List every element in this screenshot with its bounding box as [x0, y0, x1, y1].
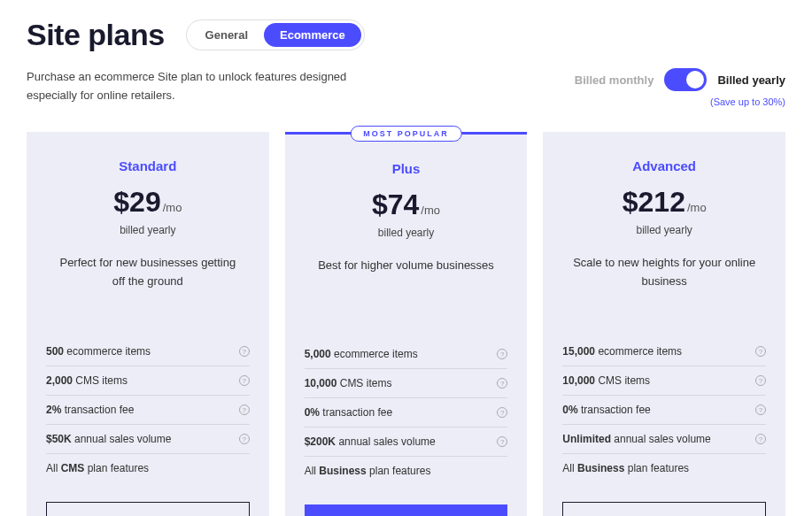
plan-price: $74	[372, 189, 419, 220]
info-icon[interactable]: ?	[755, 404, 766, 415]
info-icon[interactable]: ?	[239, 346, 250, 357]
billed-monthly-label: Billed monthly	[575, 73, 654, 87]
plan-price-row: $212/mo	[562, 186, 766, 219]
feature-text: All Business plan features	[305, 465, 431, 477]
feature-item: All Business plan features	[562, 454, 766, 482]
feature-text: All CMS plan features	[46, 462, 149, 474]
feature-item: 10,000 CMS items?	[305, 369, 508, 398]
feature-item: 5,000 ecommerce items?	[305, 340, 508, 369]
feature-item: 0% transaction fee?	[305, 398, 508, 427]
plan-price-row: $74/mo	[305, 189, 508, 221]
plan-name: Standard	[46, 158, 250, 173]
plan-card-plus: MOST POPULARPlus$74/mobilled yearlyBest …	[285, 132, 528, 516]
plan-per: /mo	[421, 204, 440, 217]
feature-text: $50K annual sales volume	[46, 433, 171, 445]
billing-save-note: (Save up to 30%)	[575, 96, 785, 107]
feature-text: 10,000 CMS items	[305, 377, 392, 389]
feature-list: 500 ecommerce items?2,000 CMS items?2% t…	[46, 337, 250, 482]
info-icon[interactable]: ?	[239, 375, 250, 386]
feature-item: 10,000 CMS items?	[562, 366, 766, 396]
plan-description: Best for higher volume businesses	[305, 257, 508, 313]
info-icon[interactable]: ?	[239, 434, 250, 444]
info-icon[interactable]: ?	[497, 436, 507, 447]
page-title: Site plans	[27, 18, 165, 52]
plan-billed: billed yearly	[46, 224, 250, 236]
info-icon[interactable]: ?	[755, 375, 766, 386]
feature-item: 15,000 ecommerce items?	[562, 337, 766, 366]
info-icon[interactable]: ?	[497, 407, 507, 418]
feature-item: All Business plan features	[305, 457, 508, 485]
feature-item: Unlimited annual sales volume?	[562, 425, 766, 454]
feature-item: 0% transaction fee?	[562, 396, 766, 425]
feature-text: 5,000 ecommerce items	[305, 348, 418, 360]
info-icon[interactable]: ?	[239, 404, 250, 415]
add-plan-button[interactable]: Add Ecommerce plan	[562, 502, 766, 516]
feature-text: 15,000 ecommerce items	[562, 345, 682, 358]
feature-item: 2% transaction fee?	[46, 396, 250, 425]
plan-card-advanced: Advanced$212/mobilled yearlyScale to new…	[543, 132, 785, 516]
feature-text: 10,000 CMS items	[562, 374, 650, 387]
page-subtitle: Purchase an ecommerce Site plan to unloc…	[27, 68, 398, 105]
feature-text: $200K annual sales volume	[305, 435, 436, 448]
plan-card-standard: Standard$29/mobilled yearlyPerfect for n…	[27, 132, 269, 516]
feature-text: 500 ecommerce items	[46, 345, 151, 358]
billed-yearly-label: Billed yearly	[717, 73, 785, 87]
plan-billed: billed yearly	[305, 227, 508, 239]
plan-per: /mo	[687, 201, 707, 214]
add-plan-button[interactable]: Add Ecommerce plan	[305, 504, 508, 516]
info-icon[interactable]: ?	[755, 434, 766, 444]
tab-general[interactable]: General	[189, 23, 264, 47]
plan-type-tabs: General Ecommerce	[186, 19, 365, 50]
feature-text: 0% transaction fee	[305, 406, 392, 419]
toggle-knob	[686, 71, 704, 89]
plan-price: $29	[113, 186, 160, 218]
billing-toggle[interactable]	[664, 68, 707, 91]
plan-per: /mo	[163, 201, 182, 214]
tab-ecommerce[interactable]: Ecommerce	[264, 23, 361, 47]
info-icon[interactable]: ?	[497, 349, 507, 359]
plan-description: Perfect for new businesses getting off t…	[46, 254, 250, 311]
plan-price: $212	[623, 186, 685, 218]
feature-text: 0% transaction fee	[562, 404, 650, 416]
info-icon[interactable]: ?	[755, 346, 766, 357]
feature-list: 5,000 ecommerce items?10,000 CMS items?0…	[305, 340, 508, 485]
most-popular-badge: MOST POPULAR	[350, 126, 462, 142]
add-plan-button[interactable]: Add Ecommerce plan	[46, 502, 250, 516]
feature-list: 15,000 ecommerce items?10,000 CMS items?…	[562, 337, 766, 482]
plan-name: Advanced	[562, 158, 766, 173]
plan-price-row: $29/mo	[46, 186, 250, 219]
feature-item: $200K annual sales volume?	[305, 427, 508, 457]
feature-text: 2,000 CMS items	[46, 374, 128, 387]
feature-text: 2% transaction fee	[46, 404, 134, 416]
feature-text: Unlimited annual sales volume	[562, 433, 710, 445]
plan-name: Plus	[305, 161, 508, 176]
feature-item: 500 ecommerce items?	[46, 337, 250, 366]
info-icon[interactable]: ?	[497, 378, 507, 389]
plan-description: Scale to new heights for your online bus…	[562, 254, 766, 311]
feature-item: 2,000 CMS items?	[46, 366, 250, 396]
plan-billed: billed yearly	[562, 224, 766, 236]
feature-item: All CMS plan features	[46, 454, 250, 482]
feature-item: $50K annual sales volume?	[46, 425, 250, 454]
feature-text: All Business plan features	[562, 462, 689, 474]
